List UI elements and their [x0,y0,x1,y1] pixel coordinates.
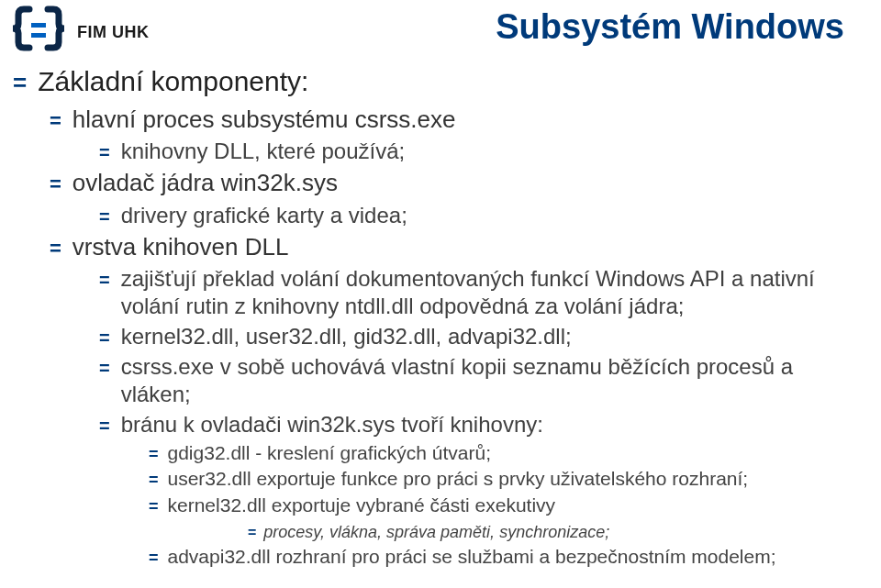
list-text: kernel32.dll exportuje vybrané části exe… [168,494,556,517]
bullet-eq-icon [50,109,61,133]
bullet-eq-icon [50,172,61,196]
brace-equals-icon [9,6,68,59]
bullet-eq-icon [149,494,159,517]
list-item: csrss.exe v sobě uchovává vlastní kopii … [99,353,844,408]
slide: FIM UHK Subsystém Windows Základní kompo… [0,0,881,588]
list-text: user32.dll exportuje funkce pro práci s … [168,467,749,491]
list-text: hlavní proces subsystému csrss.exe [72,105,456,135]
logo-label: FIM UHK [77,23,150,42]
list-item: kernel32.dll, user32.dll, gid32.dll, adv… [99,323,844,350]
bullet-eq-icon [99,268,110,292]
list-item: zajišťují překlad volání dokumentovaných… [99,265,844,320]
list-item: knihovny DLL, které používá; [99,138,844,165]
list-text: gdig32.dll - kreslení grafických útvarů; [168,441,492,465]
list-item: gdig32.dll - kreslení grafických útvarů; [149,441,844,465]
bullet-eq-icon [99,140,110,164]
list-text: kernel32.dll, user32.dll, gid32.dll, adv… [121,323,572,350]
list-item: bránu k ovladači win32k.sys tvoří knihov… [99,411,844,438]
list-text: advapi32.dll rozhraní pro práci se služb… [168,545,776,569]
bullet-eq-icon [248,519,256,543]
list-text: bránu k ovladači win32k.sys tvoří knihov… [121,411,543,438]
list-text: procesy, vlákna, správa paměti, synchron… [263,522,609,543]
list-item: Základní komponenty: [13,64,844,99]
list-text: csrss.exe v sobě uchovává vlastní kopii … [121,353,844,408]
bullet-eq-icon [149,545,159,569]
slide-title-bar: Subsystém Windows [431,7,844,47]
bullet-eq-icon [50,237,61,261]
list-item: kernel32.dll exportuje vybrané části exe… [149,494,844,517]
bullet-eq-icon [99,414,110,438]
slide-title: Subsystém Windows [431,7,844,47]
svg-rect-0 [31,23,46,28]
list-item: user32.dll exportuje funkce pro práci s … [149,467,844,491]
list-item: drivery grafické karty a videa; [99,202,844,229]
list-item: procesy, vlákna, správa paměti, synchron… [248,519,844,543]
list-item: advapi32.dll rozhraní pro práci se služb… [149,545,844,569]
list-text: Základní komponenty: [38,64,308,99]
list-text: ovladač jádra win32k.sys [72,168,338,198]
bullet-eq-icon [99,326,110,349]
list-item: hlavní proces subsystému csrss.exe [50,105,844,135]
bullet-eq-icon [99,356,110,380]
bullet-eq-icon [13,71,27,96]
list-text: knihovny DLL, které používá; [121,138,406,165]
svg-rect-1 [31,33,46,38]
slide-content: Základní komponenty: hlavní proces subsy… [13,64,844,588]
list-text: drivery grafické karty a videa; [121,202,407,229]
logo: FIM UHK [9,6,150,59]
bullet-eq-icon [149,441,159,465]
list-text: vrstva knihoven DLL [72,232,289,262]
list-text: zajišťují překlad volání dokumentovaných… [121,265,844,320]
bullet-eq-icon [149,467,159,491]
bullet-eq-icon [99,205,110,228]
list-item: vrstva knihoven DLL [50,232,844,262]
list-item: ovladač jádra win32k.sys [50,168,844,198]
